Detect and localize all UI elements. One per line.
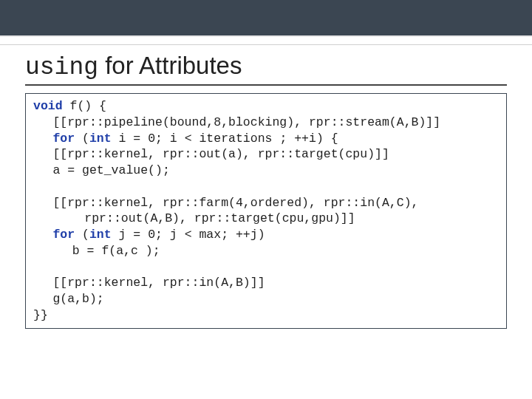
code-block: void f() { [[rpr::pipeline(bound,8,block… xyxy=(25,93,507,329)
code-line: for (int i = 0; i < iterations ; ++i) { xyxy=(33,131,499,147)
code-line: g(a,b); xyxy=(33,291,499,307)
slide-title: using for Attributes xyxy=(25,43,507,86)
blank-line xyxy=(33,259,499,276)
code-line: b = f(a,c ); xyxy=(33,243,499,259)
code-line: }} xyxy=(33,307,499,324)
slide-header-bar xyxy=(0,0,532,37)
code-line: [[rpr::kernel, rpr::in(A,B)]] xyxy=(33,275,499,291)
code-line: for (int j = 0; j < max; ++j) xyxy=(33,227,499,243)
code-line: void f() { xyxy=(33,98,499,115)
title-text: using for Attributes xyxy=(25,52,242,79)
code-line: [[rpr::kernel, rpr::out(a), rpr::target(… xyxy=(33,146,499,163)
code-line: [[rpr::pipeline(bound,8,blocking), rpr::… xyxy=(33,115,499,131)
code-line: [[rpr::kernel, rpr::farm(4,ordered), rpr… xyxy=(33,195,499,211)
code-line: a = get_value(); xyxy=(33,163,499,179)
code-line: rpr::out(A,B), rpr::target(cpu,gpu)]] xyxy=(33,211,499,227)
blank-line xyxy=(33,179,499,195)
